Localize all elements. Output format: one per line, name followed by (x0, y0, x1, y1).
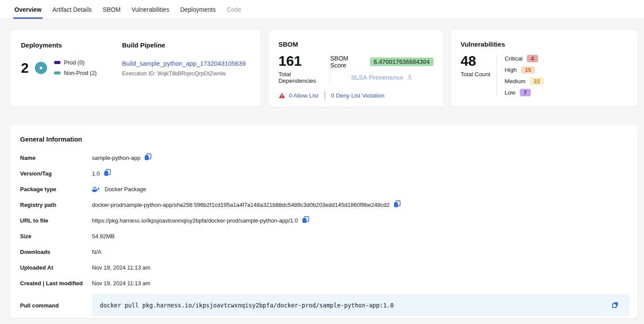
sbom-score-badge: 6.470017636684304 (370, 57, 434, 66)
deployments-card: Deployments 2 Prod (0) Non-Prod (2) (10, 30, 261, 107)
uploaded-at-value: Nov 19, 2024 11:13 am (92, 264, 150, 271)
info-row-version: Version/Tag 1.0 (20, 165, 630, 181)
sbom-policy-links: 0 Allow List 0 Deny List Violation (278, 91, 434, 99)
severity-label-medium: Medium (505, 78, 525, 84)
sbom-score-block: SBOM Score 6.470017636684304 SLSA Proven… (330, 54, 434, 81)
general-information-title: General Information (20, 135, 630, 143)
size-label: Size (20, 233, 92, 240)
deployments-title: Deployments (21, 41, 122, 49)
severity-row-medium: Medium 22 (505, 77, 544, 85)
severity-list: Critical 4 High 15 Medium 22 Low 7 (505, 54, 544, 96)
summary-cards-row: Deployments 2 Prod (0) Non-Prod (2) (10, 30, 638, 107)
severity-row-high: High 15 (505, 66, 544, 74)
pull-command-value: docker pull pkg.harness.io/ikpsjoavtcwxn… (100, 302, 394, 309)
info-row-pull-command: Pull command docker pull pkg.harness.io/… (20, 294, 630, 317)
registry-path-value: docker-prod/sample-python-app/sha256:596… (92, 202, 390, 208)
severity-count-medium: 22 (530, 78, 544, 85)
tab-bar: Overview Artifact Details SBOM Vulnerabi… (0, 0, 644, 19)
registry-path-label: Registry path (20, 202, 92, 208)
slsa-provenance-link[interactable]: SLSA Provenance (351, 74, 413, 81)
info-row-name: Name sample-python-app (20, 150, 630, 165)
page-content: Deployments 2 Prod (0) Non-Prod (2) (0, 19, 644, 318)
build-pipeline-link[interactable]: Build_sample_python_app_1732043105639 (122, 60, 251, 67)
url-to-file-label: URL to file (20, 217, 92, 224)
info-row-url: URL to file https://pkg.harness.io/ikpsj… (20, 213, 630, 228)
copy-name-button[interactable] (144, 153, 152, 162)
copy-icon (104, 169, 111, 178)
copy-url-button[interactable] (302, 216, 309, 225)
url-to-file-value: https://pkg.harness.io/ikpsjoavtcwxnqisy… (92, 217, 298, 224)
allow-list-link[interactable]: 0 Allow List (289, 92, 319, 99)
copy-icon (611, 301, 619, 310)
version-label: Version/Tag (20, 170, 92, 177)
sbom-total-label: Total Dependencies (278, 71, 330, 84)
info-row-downloads: Downloads N/A (20, 244, 630, 260)
build-pipeline-title: Build Pipeline (122, 41, 251, 49)
copy-icon (393, 200, 401, 209)
severity-count-high: 15 (521, 66, 535, 74)
vulnerabilities-card: Vulnerabilities 48 Total Count Critical … (451, 30, 638, 107)
sbom-title: SBOM (278, 40, 434, 48)
size-value: 54.92MB (92, 233, 115, 240)
info-row-package-type: Package type Docker Package (20, 181, 630, 197)
downloads-value: N/A (92, 249, 102, 255)
pull-command-box: docker pull pkg.harness.io/ikpsjoavtcwxn… (92, 294, 630, 317)
copy-pull-command-button[interactable] (611, 301, 619, 310)
copy-icon (144, 153, 152, 162)
legend-item-nonprod: Non-Prod (2) (54, 70, 97, 76)
deployments-donut-chart (35, 62, 47, 74)
severity-row-critical: Critical 4 (505, 54, 544, 62)
build-pipeline-section: Build Pipeline Build_sample_python_app_1… (122, 41, 251, 95)
deployments-legend: Prod (0) Non-Prod (2) (54, 59, 97, 76)
sbom-total-block: 161 Total Dependencies (278, 54, 330, 84)
severity-count-critical: 4 (527, 55, 538, 62)
version-value: 1.0 (92, 170, 100, 177)
downloads-label: Downloads (20, 249, 92, 255)
severity-label-low: Low (505, 89, 515, 96)
created-modified-label: Created | Last modified (20, 280, 92, 287)
name-value: sample-python-app (92, 155, 140, 161)
vulnerabilities-title: Vulnerabilities (461, 40, 628, 48)
package-type-label: Package type (20, 186, 92, 192)
docker-whale-icon (92, 186, 101, 192)
vulnerabilities-total-block: 48 Total Count (461, 54, 496, 96)
created-modified-value: Nov 19, 2024 11:13 am (92, 280, 150, 287)
copy-registry-path-button[interactable] (393, 200, 401, 209)
pull-command-label: Pull command (20, 302, 92, 309)
nonprod-legend-label: Non-Prod (2) (64, 70, 97, 76)
tab-deployments[interactable]: Deployments (180, 0, 216, 19)
prod-legend-label: Prod (0) (64, 59, 85, 66)
prod-legend-swatch (54, 61, 61, 64)
tab-sbom[interactable]: SBOM (102, 0, 121, 19)
execution-id-text: Execution ID: WqkTilbBRqecQrpDtZwniw (122, 70, 251, 77)
general-information-rows: Name sample-python-app Version/Tag 1.0 (20, 150, 630, 317)
tab-artifact-details[interactable]: Artifact Details (52, 0, 92, 19)
links-divider (325, 91, 325, 99)
info-row-created-modified: Created | Last modified Nov 19, 2024 11:… (20, 275, 630, 291)
legend-item-prod: Prod (0) (54, 59, 97, 66)
tab-overview[interactable]: Overview (14, 0, 42, 19)
sbom-score-label: SBOM Score (330, 55, 366, 69)
sbom-total-dependencies: 161 (278, 54, 330, 68)
name-label: Name (20, 155, 92, 161)
slsa-provenance-label: SLSA Provenance (351, 74, 403, 81)
vulnerabilities-divider (496, 54, 497, 96)
deny-list-violation-link[interactable]: 0 Deny List Violation (331, 92, 385, 99)
copy-version-button[interactable] (104, 169, 111, 178)
sbom-card: SBOM 161 Total Dependencies SBOM Score 6… (268, 30, 444, 107)
severity-count-low: 7 (520, 89, 531, 96)
severity-label-critical: Critical (505, 55, 522, 62)
severity-row-low: Low 7 (505, 88, 544, 96)
tab-vulnerabilities[interactable]: Vulnerabilities (131, 0, 170, 19)
info-row-uploaded-at: Uploaded At Nov 19, 2024 11:13 am (20, 260, 630, 275)
info-row-registry-path: Registry path docker-prod/sample-python-… (20, 197, 630, 213)
vulnerabilities-total-label: Total Count (461, 71, 496, 78)
general-information-card: General Information Name sample-python-a… (10, 124, 638, 318)
nonprod-legend-swatch (54, 71, 61, 74)
deployments-section: Deployments 2 Prod (0) Non-Prod (2) (21, 41, 122, 95)
info-row-size: Size 54.92MB (20, 228, 630, 244)
deployments-total: 2 (21, 61, 29, 75)
warning-triangle-icon (278, 92, 285, 99)
download-icon (407, 74, 413, 81)
tab-code[interactable]: Code (226, 0, 241, 19)
